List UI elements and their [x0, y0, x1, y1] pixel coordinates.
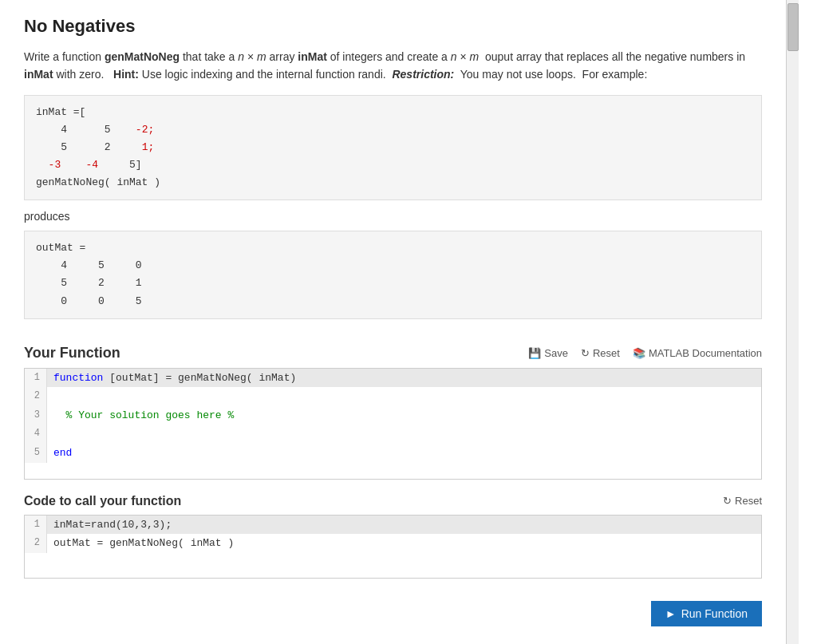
call-line-number-2: 2: [25, 534, 47, 553]
line-content-3: % Your solution goes here %: [47, 406, 761, 425]
inmat-bold: inMat: [298, 50, 327, 63]
docs-label: MATLAB Documentation: [649, 347, 762, 359]
line-number-1: 1: [25, 369, 47, 388]
code-to-call-header: Code to call your function ↻ Reset: [24, 494, 762, 508]
line-number-2: 2: [25, 387, 47, 406]
save-button[interactable]: 💾 Save: [528, 347, 568, 359]
line-content-1: function [outMat] = genMatNoNeg( inMat): [47, 369, 761, 388]
save-icon: 💾: [528, 347, 541, 359]
run-label: Run Function: [681, 607, 748, 620]
line-content-5: end: [47, 444, 761, 463]
scrollbar-thumb[interactable]: [787, 3, 799, 51]
your-function-title: Your Function: [24, 345, 528, 362]
call-editor-line-1: 1 inMat=rand(10,3,3);: [25, 516, 761, 535]
editor-line-2: 2: [25, 387, 761, 406]
editor-line-1: 1 function [outMat] = genMatNoNeg( inMat…: [25, 369, 761, 388]
call-code-editor[interactable]: 1 inMat=rand(10,3,3); 2 outMat = genMatN…: [24, 515, 762, 579]
page-title: No Negatives: [24, 16, 762, 37]
line-number-5: 5: [25, 444, 47, 463]
example-input-code: inMat =[ 4 5 -2; 5 2 1; -3 -4 5] genMatN…: [24, 95, 762, 200]
problem-description: Write a function genMatNoNeg that take a…: [24, 48, 762, 84]
call-reset-icon: ↻: [723, 495, 732, 507]
function-editor[interactable]: 1 function [outMat] = genMatNoNeg( inMat…: [24, 368, 762, 480]
call-line-content-1: inMat=rand(10,3,3);: [47, 516, 761, 535]
line-content-2: [47, 387, 761, 406]
bottom-bar: ► Run Function: [24, 593, 762, 626]
your-function-header: Your Function 💾 Save ↻ Reset 📚 MATLAB Do…: [24, 345, 762, 362]
func-name-bold: genMatNoNeg: [105, 50, 180, 63]
scrollbar[interactable]: [786, 0, 799, 644]
editor-line-4: 4: [25, 425, 761, 444]
code-to-call-title: Code to call your function: [24, 494, 723, 508]
produces-label: produces: [24, 210, 762, 223]
call-line-content-2: outMat = genMatNoNeg( inMat ): [47, 534, 761, 553]
matlab-docs-button[interactable]: 📚 MATLAB Documentation: [633, 347, 762, 359]
editor-line-3: 3 % Your solution goes here %: [25, 406, 761, 425]
reset-label: Reset: [593, 347, 620, 359]
example-output-code: outMat = 4 5 0 5 2 1 0 0 5: [24, 231, 762, 318]
line-number-3: 3: [25, 406, 47, 425]
save-label: Save: [544, 347, 568, 359]
run-icon: ►: [665, 607, 677, 620]
reset-button[interactable]: ↻ Reset: [581, 347, 620, 359]
editor-line-5: 5 end: [25, 444, 761, 463]
line-content-4: [47, 425, 761, 444]
call-editor-line-2: 2 outMat = genMatNoNeg( inMat ): [25, 534, 761, 553]
docs-icon: 📚: [633, 347, 645, 359]
line-number-4: 4: [25, 425, 47, 444]
reset-icon: ↻: [581, 347, 590, 359]
call-line-number-1: 1: [25, 516, 47, 535]
call-reset-label: Reset: [735, 495, 762, 507]
call-reset-button[interactable]: ↻ Reset: [723, 495, 762, 507]
run-function-button[interactable]: ► Run Function: [651, 601, 762, 626]
